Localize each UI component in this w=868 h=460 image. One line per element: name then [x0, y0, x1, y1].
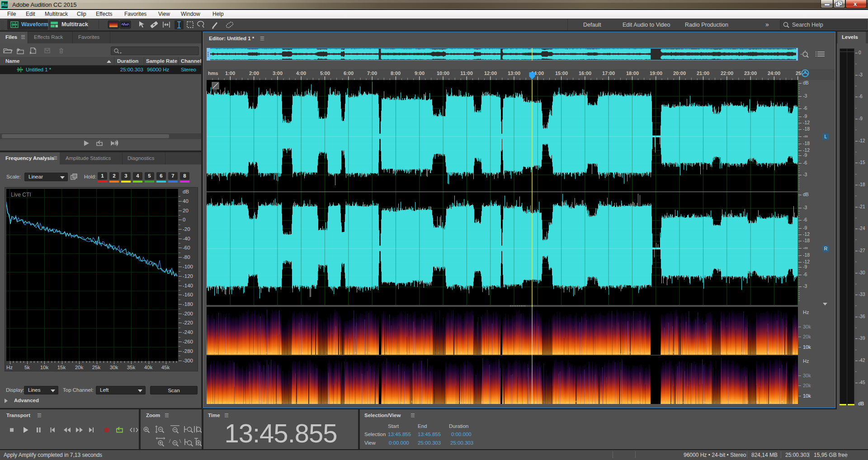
- svg-text:16:00: 16:00: [579, 70, 591, 76]
- svg-text:hms: hms: [208, 70, 218, 76]
- svg-text:4:00: 4:00: [296, 70, 306, 76]
- svg-text:11:00: 11:00: [460, 70, 473, 76]
- svg-text:17:00: 17:00: [602, 70, 615, 76]
- svg-text:1:00: 1:00: [225, 70, 235, 76]
- svg-text:19:00: 19:00: [650, 70, 662, 76]
- svg-text:15:00: 15:00: [555, 70, 568, 76]
- svg-text:20:00: 20:00: [673, 70, 686, 76]
- svg-text:24:00: 24:00: [768, 70, 780, 76]
- svg-text:10:00: 10:00: [437, 70, 449, 76]
- svg-text:9:00: 9:00: [415, 70, 425, 76]
- svg-text:5:00: 5:00: [320, 70, 330, 76]
- svg-text:8:00: 8:00: [391, 70, 401, 76]
- svg-text:22:00: 22:00: [721, 70, 733, 76]
- svg-text:7:00: 7:00: [367, 70, 377, 76]
- svg-text:21:00: 21:00: [697, 70, 709, 76]
- svg-text:23:00: 23:00: [744, 70, 757, 76]
- svg-text:6:00: 6:00: [344, 70, 354, 76]
- svg-text:3:00: 3:00: [273, 70, 283, 76]
- svg-text:12:00: 12:00: [484, 70, 497, 76]
- svg-text:18:00: 18:00: [626, 70, 639, 76]
- svg-text:Live CTI: Live CTI: [11, 192, 31, 198]
- svg-text:13:00: 13:00: [508, 70, 520, 76]
- svg-text:2:00: 2:00: [249, 70, 259, 76]
